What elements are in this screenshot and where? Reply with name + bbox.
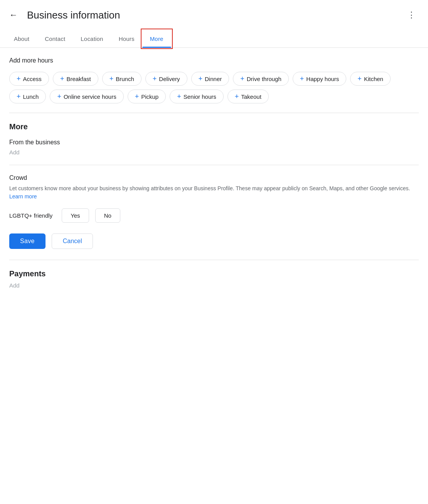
- back-arrow-icon: ←: [9, 10, 18, 20]
- page-header: ← Business information ⋮: [0, 0, 428, 30]
- more-vert-icon: ⋮: [407, 10, 416, 20]
- chip-plus-icon: +: [153, 75, 157, 82]
- chip-kitchen[interactable]: + Kitchen: [350, 72, 391, 86]
- chip-breakfast[interactable]: + Breakfast: [53, 72, 98, 86]
- chip-dinner-label: Dinner: [205, 76, 222, 82]
- chip-takeout-label: Takeout: [241, 93, 261, 100]
- chip-pickup-label: Pickup: [141, 93, 158, 100]
- chip-plus-icon: +: [357, 75, 362, 82]
- lgbtq-label: LGBTQ+ friendly: [9, 212, 52, 219]
- from-business-add[interactable]: Add: [9, 149, 419, 156]
- chip-drive-through-label: Drive through: [247, 76, 281, 82]
- from-business-title: From the business: [9, 139, 419, 146]
- chip-lunch-label: Lunch: [23, 93, 39, 100]
- chip-brunch[interactable]: + Brunch: [102, 72, 142, 86]
- learn-more-link[interactable]: Learn more: [9, 193, 37, 200]
- main-content: Add more hours + Access + Breakfast + Br…: [0, 48, 428, 260]
- chip-plus-icon: +: [110, 75, 114, 82]
- chip-plus-icon: +: [240, 75, 244, 82]
- divider-2: [9, 165, 419, 165]
- save-button[interactable]: Save: [9, 233, 45, 249]
- chip-plus-icon: +: [235, 93, 239, 100]
- tab-hours[interactable]: Hours: [111, 30, 142, 47]
- more-section-title: More: [9, 122, 419, 131]
- lgbtq-row: LGBTQ+ friendly Yes No: [9, 208, 419, 223]
- more-vert-button[interactable]: ⋮: [404, 7, 419, 23]
- tab-about[interactable]: About: [6, 30, 37, 47]
- chip-senior-hours[interactable]: + Senior hours: [170, 90, 224, 103]
- more-section: More From the business Add Crowd Let cus…: [9, 122, 419, 260]
- tab-bar: About Contact Location Hours More: [0, 30, 428, 48]
- chip-senior-hours-label: Senior hours: [184, 93, 216, 100]
- chip-plus-icon: +: [300, 75, 304, 82]
- tab-contact[interactable]: Contact: [37, 30, 73, 47]
- back-button[interactable]: ←: [6, 7, 21, 23]
- chip-delivery-label: Delivery: [159, 76, 180, 82]
- chip-access[interactable]: + Access: [9, 72, 49, 86]
- payments-add[interactable]: Add: [9, 282, 419, 289]
- payments-title: Payments: [9, 269, 419, 278]
- chip-brunch-label: Brunch: [116, 76, 134, 82]
- chip-dinner[interactable]: + Dinner: [191, 72, 229, 86]
- add-more-hours-label: Add more hours: [9, 57, 419, 64]
- crowd-title: Crowd: [9, 174, 419, 181]
- tab-more[interactable]: More: [142, 30, 171, 47]
- divider-1: [9, 113, 419, 113]
- chip-breakfast-label: Breakfast: [66, 76, 91, 82]
- page-title: Business information: [27, 9, 120, 21]
- chip-lunch[interactable]: + Lunch: [9, 90, 46, 103]
- cancel-button[interactable]: Cancel: [52, 233, 93, 249]
- action-buttons: Save Cancel: [9, 233, 419, 249]
- chip-drive-through[interactable]: + Drive through: [233, 72, 289, 86]
- chip-happy-hours[interactable]: + Happy hours: [293, 72, 347, 86]
- chip-pickup[interactable]: + Pickup: [128, 90, 166, 103]
- chip-delivery[interactable]: + Delivery: [145, 72, 187, 86]
- chip-plus-icon: +: [60, 75, 64, 82]
- chip-kitchen-label: Kitchen: [364, 76, 383, 82]
- chip-access-label: Access: [23, 76, 42, 82]
- chip-plus-icon: +: [17, 75, 21, 82]
- chip-plus-icon: +: [199, 75, 203, 82]
- lgbtq-yes-button[interactable]: Yes: [62, 208, 89, 223]
- chip-online-service-hours[interactable]: + Online service hours: [50, 90, 123, 103]
- crowd-subsection: Crowd Let customers know more about your…: [9, 174, 419, 249]
- chip-plus-icon: +: [17, 93, 21, 100]
- chip-online-service-hours-label: Online service hours: [64, 93, 116, 100]
- header-left: ← Business information: [6, 7, 120, 23]
- lgbtq-no-button[interactable]: No: [95, 208, 120, 223]
- tab-location[interactable]: Location: [73, 30, 111, 47]
- divider-3: [9, 260, 419, 260]
- chip-plus-icon: +: [135, 93, 139, 100]
- chip-happy-hours-label: Happy hours: [306, 76, 339, 82]
- chips-container: + Access + Breakfast + Brunch + Delivery…: [9, 72, 419, 103]
- chip-plus-icon: +: [177, 93, 181, 100]
- chip-takeout[interactable]: + Takeout: [227, 90, 269, 103]
- from-business-subsection: From the business Add: [9, 139, 419, 156]
- add-more-hours-section: Add more hours + Access + Breakfast + Br…: [9, 57, 419, 103]
- chip-plus-icon: +: [57, 93, 61, 100]
- crowd-description: Let customers know more about your busin…: [9, 184, 419, 201]
- payments-section: Payments Add: [0, 269, 428, 307]
